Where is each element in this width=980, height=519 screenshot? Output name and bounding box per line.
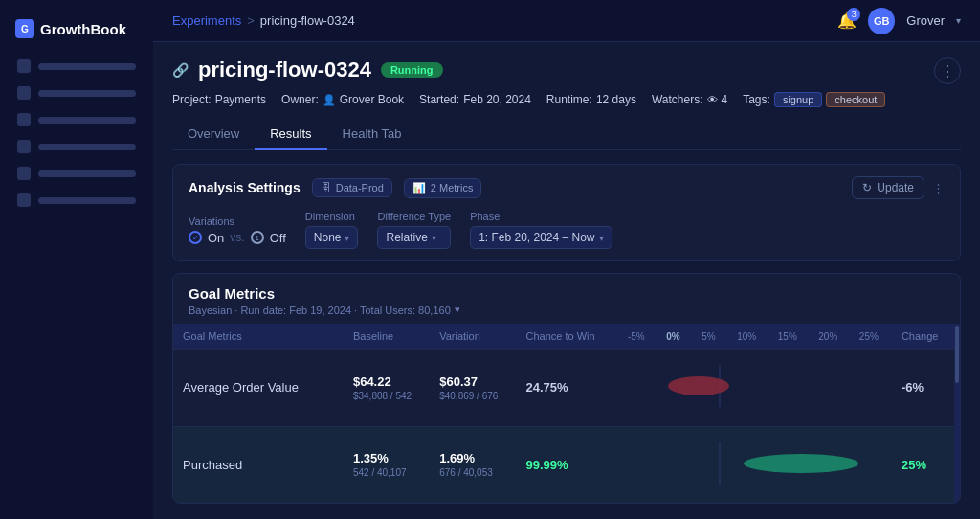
breadcrumb-current: pricing-flow-0324 <box>260 13 355 28</box>
variation-on: On <box>208 231 224 245</box>
meta-owner: Owner: 👤 Grover Book <box>281 93 404 106</box>
database-icon: 🗄 <box>321 182 331 193</box>
settings-more-button[interactable]: ⋮ <box>932 181 945 195</box>
sidebar-item-features[interactable] <box>8 107 145 132</box>
metrics-icon: 📊 <box>412 182 426 194</box>
dimension-value: None <box>314 231 342 244</box>
experiment-title: pricing-flow-0324 <box>198 57 371 82</box>
phase-group: Phase 1: Feb 20, 2024 – Now ▾ <box>470 211 612 249</box>
reports-icon <box>17 167 31 180</box>
goal-metrics-title: Goal Metrics <box>189 285 945 302</box>
baseline-icon: 1 <box>251 231 264 244</box>
dimension-select[interactable]: None ▾ <box>305 226 359 249</box>
diff-type-group: Difference Type Relative ▾ <box>377 211 451 249</box>
meta-started: Started: Feb 20, 2024 <box>419 93 531 106</box>
vs-separator: vs. <box>230 231 244 244</box>
sidebar-item-bar <box>38 170 136 177</box>
col-baseline: Baseline <box>344 324 430 350</box>
chart-label-10: 10% <box>737 331 756 342</box>
total-users-dropdown[interactable]: ▾ <box>455 304 460 316</box>
tag-checkout[interactable]: checkout <box>826 92 885 107</box>
project-label: Project: <box>172 93 212 106</box>
metric-name-1: Average Order Value <box>173 350 344 427</box>
variations-group: Variations ✓ On vs. 1 Off <box>189 215 286 245</box>
experiment-header: 🔗 pricing-flow-0324 Running ⋮ <box>172 57 961 84</box>
user-dropdown-arrow[interactable]: ▾ <box>956 15 961 26</box>
chevron-down-icon-3: ▾ <box>599 233 604 243</box>
watchers-value: 4 <box>722 93 728 106</box>
chart-label-15: 15% <box>778 331 797 342</box>
owner-value: Grover Book <box>340 93 404 106</box>
status-badge: Running <box>381 62 443 78</box>
variation-cell-1: $60.37 $40,869 / 676 <box>430 350 516 427</box>
runtime-value: 12 days <box>596 93 636 106</box>
analysis-header: Analysis Settings 🗄 Data-Prod 📊 2 Metric… <box>189 176 945 199</box>
sidebar-nav <box>0 54 153 508</box>
meta-runtime: Runtime: 12 days <box>546 93 636 106</box>
sidebar-item-metrics[interactable] <box>8 134 145 159</box>
runtime-label: Runtime: <box>546 93 592 106</box>
scroll-indicator[interactable] <box>954 324 960 503</box>
experiment-title-row: 🔗 pricing-flow-0324 Running <box>172 57 934 82</box>
notifications-badge: 3 <box>847 8 860 21</box>
variation-on-icon: ✓ <box>189 231 202 244</box>
meta-tags: Tags: signup checkout <box>743 92 885 107</box>
owner-label: Owner: <box>281 93 319 106</box>
phase-select[interactable]: 1: Feb 20, 2024 – Now ▾ <box>470 226 612 249</box>
phase-label: Phase <box>470 211 612 222</box>
sidebar: G GrowthBook <box>0 0 153 519</box>
project-value: Payments <box>215 93 266 106</box>
meta-watchers: Watchers: 👁 4 <box>652 93 727 106</box>
sidebar-item-experiments[interactable] <box>8 80 145 105</box>
goal-subtitle: Bayesian · Run date: Feb 19, 2024 · Tota… <box>189 305 451 316</box>
tag-signup[interactable]: signup <box>774 92 822 107</box>
user-name[interactable]: Grover <box>906 13 945 28</box>
notifications-button[interactable]: 🔔 3 <box>837 11 857 30</box>
analysis-actions: ↻ Update ⋮ <box>852 176 945 199</box>
change-cell-2: 25% <box>892 426 954 503</box>
chart-label-neg5: -5% <box>628 331 645 342</box>
change-cell-1: -6% <box>892 350 954 427</box>
phase-value: 1: Feb 20, 2024 – Now <box>479 231 594 244</box>
diff-type-select[interactable]: Relative ▾ <box>377 226 451 249</box>
table-row: Average Order Value $64.22 $34,808 / 542… <box>173 350 954 427</box>
scroll-thumb[interactable] <box>955 326 959 383</box>
started-value: Feb 20, 2024 <box>463 93 531 106</box>
sidebar-item-reports[interactable] <box>8 161 145 186</box>
chart-cell-2 <box>614 426 892 503</box>
experiment-meta: Project: Payments Owner: 👤 Grover Book S… <box>172 92 961 107</box>
data-source-badge: 🗄 Data-Prod <box>312 178 392 197</box>
watchers-label: Watchers: <box>652 93 703 106</box>
started-label: Started: <box>419 93 459 106</box>
list-icon <box>17 113 31 126</box>
refresh-icon: ↻ <box>862 181 872 194</box>
chart-label-25: 25% <box>859 331 879 342</box>
chart-cell-1 <box>614 350 892 427</box>
diff-type-value: Relative <box>386 231 427 244</box>
goal-card-subtitle-row: Bayesian · Run date: Feb 19, 2024 · Tota… <box>189 304 945 316</box>
meta-project: Project: Payments <box>172 93 266 106</box>
tab-health[interactable]: Health Tab <box>327 119 417 150</box>
app-logo[interactable]: G GrowthBook <box>0 11 153 54</box>
chevron-down-icon-2: ▾ <box>432 233 436 243</box>
main-content: Experiments > pricing-flow-0324 🔔 3 GB G… <box>153 0 980 519</box>
tab-overview[interactable]: Overview <box>172 119 255 150</box>
sidebar-item-settings[interactable] <box>8 188 145 213</box>
sidebar-item-bar <box>38 63 136 70</box>
sidebar-item-flag[interactable] <box>8 54 145 79</box>
update-button[interactable]: ↻ Update <box>852 176 924 199</box>
more-options-button[interactable]: ⋮ <box>934 57 961 84</box>
sidebar-item-bar <box>38 90 136 97</box>
page-content: 🔗 pricing-flow-0324 Running ⋮ Project: P… <box>153 42 980 519</box>
chevron-down-icon: ▾ <box>345 233 349 243</box>
analysis-title: Analysis Settings <box>189 180 301 195</box>
variations-label: Variations <box>189 215 286 227</box>
link-icon: 🔗 <box>172 62 189 78</box>
tab-results[interactable]: Results <box>255 119 326 150</box>
dimension-group: Dimension None ▾ <box>305 211 359 249</box>
chance-win-cell-1: 24.75% <box>516 350 613 427</box>
breadcrumb-separator: > <box>247 13 255 28</box>
analysis-settings-row: Variations ✓ On vs. 1 Off Dimension None… <box>189 211 945 249</box>
breadcrumb-experiments[interactable]: Experiments <box>172 13 241 28</box>
sidebar-item-bar <box>38 144 136 150</box>
